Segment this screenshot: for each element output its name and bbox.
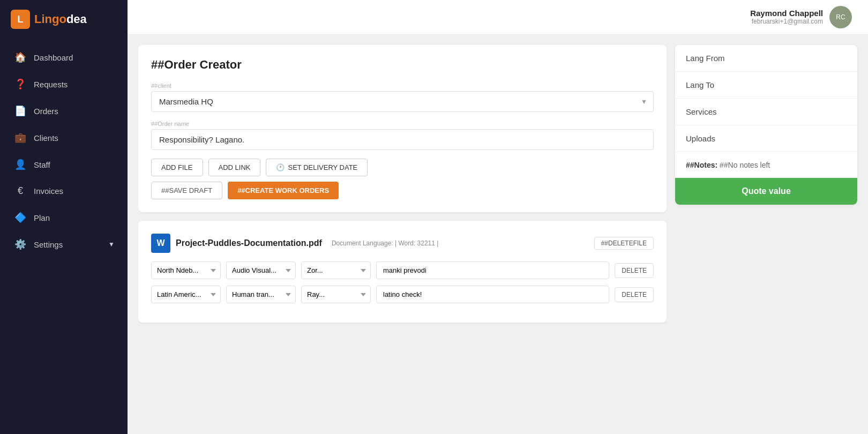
requests-icon: ❓ [14, 78, 26, 90]
document-card: W Project-Puddles-Documentation.pdf Docu… [138, 221, 667, 323]
service-select-wrapper: Audio Visual... [226, 261, 296, 279]
sidebar-item-label: Clients [34, 133, 58, 143]
sidebar-item-plan[interactable]: 🔷 Plan [0, 204, 128, 231]
uploads-row: Uploads [675, 125, 857, 152]
action-buttons: ADD FILE ADD LINK 🕐 SET DELIVERY DATE [151, 159, 654, 176]
lang-from-select-wrapper: Latin Americ... [151, 286, 221, 303]
order-name-input[interactable] [151, 129, 654, 150]
invoices-icon: € [14, 185, 26, 197]
assignee-select-2[interactable]: Ray... [301, 286, 371, 303]
lang-from-select-1[interactable]: North Ndeb... [151, 261, 221, 279]
sidebar-item-label: Settings [34, 240, 63, 249]
client-field-group: ##client Marsmedia HQ ▼ [151, 83, 654, 112]
user-name: Raymond Chappell [750, 9, 823, 18]
document-meta: Document Language: | Word: 32211 | [332, 240, 438, 247]
create-work-orders-button[interactable]: ##CREATE WORK ORDERS [228, 182, 339, 199]
note-input-2[interactable] [376, 286, 609, 303]
set-delivery-date-button[interactable]: 🕐 SET DELIVERY DATE [266, 159, 368, 176]
main-content: Raymond Chappell februarski+1@gmail.com … [128, 0, 868, 434]
delete-file-button[interactable]: ##DELETEFILE [594, 237, 654, 250]
sidebar-item-label: Requests [34, 80, 68, 89]
table-row: North Ndeb... Audio Visual... Zor... [151, 261, 654, 279]
sidebar-item-label: Dashboard [34, 53, 73, 62]
user-details: Raymond Chappell februarski+1@gmail.com [750, 9, 823, 25]
delete-row-button-1[interactable]: DELETE [615, 263, 654, 278]
note-field-wrapper [376, 286, 609, 303]
staff-icon: 👤 [14, 159, 26, 170]
settings-icon: ⚙️ [14, 238, 26, 250]
order-creator-title: ##Order Creator [151, 58, 654, 72]
order-name-label: ##Order name [151, 121, 654, 127]
notes-row: ##Notes: ##No notes left [675, 152, 857, 178]
sidebar-item-label: Invoices [34, 186, 63, 196]
plan-icon: 🔷 [14, 212, 26, 223]
orders-icon: 📄 [14, 105, 26, 117]
create-work-orders-label: ##CREATE WORK ORDERS [237, 186, 329, 194]
sidebar-item-label: Orders [34, 107, 58, 116]
note-input-1[interactable] [376, 261, 609, 279]
assignee-select-wrapper: Ray... [301, 286, 371, 303]
delete-row-button-2[interactable]: DELETE [615, 287, 654, 302]
service-select-wrapper: Human tran... [226, 286, 296, 303]
assignee-select-wrapper: Zor... [301, 261, 371, 279]
content-area: ##Order Creator ##client Marsmedia HQ ▼ … [128, 34, 868, 434]
assignee-select-1[interactable]: Zor... [301, 261, 371, 279]
logo: L Lingodea [0, 0, 128, 39]
client-select[interactable]: Marsmedia HQ [151, 91, 654, 112]
services-row: Services [675, 99, 857, 125]
set-delivery-label: SET DELIVERY DATE [288, 163, 357, 171]
save-draft-button[interactable]: ##SAVE DRAFT [151, 182, 222, 199]
user-info: Raymond Chappell februarski+1@gmail.com … [750, 6, 852, 28]
clients-icon: 💼 [14, 132, 26, 144]
home-icon: 🏠 [14, 51, 26, 63]
chevron-down-icon: ▼ [108, 241, 115, 248]
sidebar-item-dashboard[interactable]: 🏠 Dashboard [0, 44, 128, 71]
document-title: Project-Puddles-Documentation.pdf [176, 238, 322, 248]
notes-label: ##Notes: [686, 161, 717, 169]
save-draft-label: ##SAVE DRAFT [161, 186, 212, 194]
quote-value-button[interactable]: Quote value [675, 178, 857, 205]
lang-from-select-wrapper: North Ndeb... [151, 261, 221, 279]
sidebar-item-label: Staff [34, 160, 50, 169]
add-file-label: ADD FILE [161, 163, 193, 171]
add-link-label: ADD LINK [219, 163, 251, 171]
table-row: Latin Americ... Human tran... Ray... [151, 286, 654, 303]
logo-icon: L [11, 10, 30, 29]
lang-from-row: Lang From [675, 45, 857, 72]
order-creator-card: ##Order Creator ##client Marsmedia HQ ▼ … [138, 45, 667, 212]
sidebar-item-invoices[interactable]: € Invoices [0, 178, 128, 204]
lang-from-select-2[interactable]: Latin Americ... [151, 286, 221, 303]
lang-to-row: Lang To [675, 72, 857, 99]
topbar: Raymond Chappell februarski+1@gmail.com … [128, 0, 868, 34]
notes-value: ##No notes left [720, 161, 770, 169]
add-link-button[interactable]: ADD LINK [208, 159, 261, 176]
sidebar-item-orders[interactable]: 📄 Orders [0, 98, 128, 124]
sidebar-item-label: Plan [34, 213, 50, 222]
service-select-2[interactable]: Human tran... [226, 286, 296, 303]
document-icon: W [151, 234, 170, 253]
center-panel: ##Order Creator ##client Marsmedia HQ ▼ … [138, 45, 667, 423]
submit-buttons: ##SAVE DRAFT ##CREATE WORK ORDERS [151, 182, 654, 199]
sidebar-item-clients[interactable]: 💼 Clients [0, 124, 128, 151]
client-select-wrapper: Marsmedia HQ ▼ [151, 91, 654, 112]
client-label: ##client [151, 83, 654, 89]
service-select-1[interactable]: Audio Visual... [226, 261, 296, 279]
nav: 🏠 Dashboard ❓ Requests 📄 Orders 💼 Client… [0, 44, 128, 258]
user-email: februarski+1@gmail.com [750, 18, 823, 25]
sidebar-item-requests[interactable]: ❓ Requests [0, 71, 128, 98]
note-field-wrapper [376, 261, 609, 279]
clock-icon: 🕐 [276, 163, 285, 171]
add-file-button[interactable]: ADD FILE [151, 159, 203, 176]
sidebar-item-staff[interactable]: 👤 Staff [0, 151, 128, 178]
logo-text: Lingodea [34, 12, 87, 26]
right-panel: Lang From Lang To Services Uploads ##Not… [675, 45, 857, 423]
avatar: RC [829, 6, 852, 28]
sidebar: L Lingodea 🏠 Dashboard ❓ Requests 📄 Orde… [0, 0, 128, 434]
quote-value-label: Quote value [742, 186, 791, 196]
sidebar-item-settings[interactable]: ⚙️ Settings ▼ [0, 231, 128, 258]
right-card: Lang From Lang To Services Uploads ##Not… [675, 45, 857, 205]
order-name-field-group: ##Order name [151, 121, 654, 150]
document-header: W Project-Puddles-Documentation.pdf Docu… [151, 234, 654, 253]
